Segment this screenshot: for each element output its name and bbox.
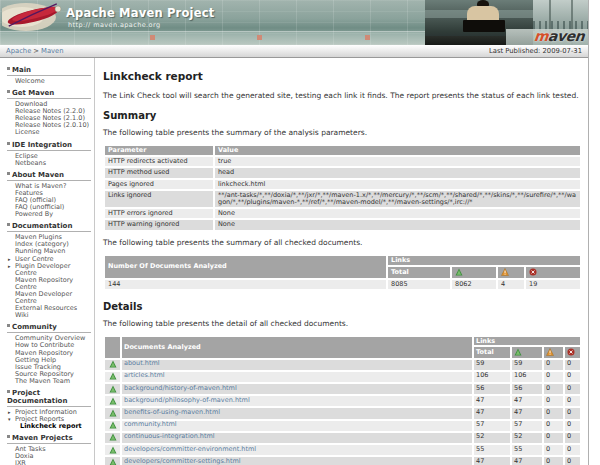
documents-analyzed-header: Documents Analyzed: [122, 337, 472, 357]
sidebar-link[interactable]: License: [7, 129, 91, 136]
document-link[interactable]: background/philosophy-of-maven.html: [124, 396, 250, 404]
breadcrumb-separator: >: [33, 47, 39, 55]
summary-heading: Summary: [103, 110, 582, 121]
sidebar-section-title: About Maven: [7, 171, 91, 181]
sidebar-section-title: Project Documentation: [7, 389, 91, 407]
sidebar-link[interactable]: Maven Developer Centre: [7, 291, 91, 305]
sidebar-link[interactable]: Wiki: [7, 312, 91, 319]
sidebar-section: DocumentationMaven PluginsIndex (categor…: [7, 222, 91, 319]
parameters-table: Parameter Value HTTP redirects activated…: [103, 144, 582, 232]
sidebar-section-title: Maven Projects: [7, 434, 91, 444]
document-link[interactable]: continuous-integration.html: [124, 432, 215, 440]
site-url: http:// maven.apache.org: [68, 21, 160, 29]
document-link[interactable]: developers/committer-environment.html: [124, 445, 256, 453]
sidebar-link[interactable]: The Maven Team: [7, 378, 91, 385]
banner: Apache Maven Project http:// maven.apach…: [0, 0, 588, 45]
sidebar: MainWelcomeGet MavenDownloadRelease Note…: [0, 58, 95, 465]
parameter-value: None: [215, 209, 580, 218]
parameter-row: HTTP warning ignoredNone: [105, 220, 580, 229]
parameter-name: Links ignored: [105, 191, 213, 207]
ok-count: 47: [512, 408, 542, 418]
documents-count: 144: [105, 280, 386, 289]
breadcrumb-link-apache[interactable]: Apache: [6, 47, 31, 55]
document-row: community.html575700: [105, 421, 580, 431]
banner-photo: maven: [425, 0, 588, 45]
row-status-cell: [105, 372, 120, 382]
document-row: background/history-of-maven.html565600: [105, 384, 580, 394]
sidebar-section-title: Documentation: [7, 222, 91, 232]
success-icon: [109, 386, 117, 394]
sidebar-link[interactable]: Powered By: [7, 211, 91, 218]
row-status-cell: [105, 421, 120, 431]
chevron-right-icon[interactable]: ▸: [8, 409, 11, 416]
ok-count: 52: [512, 433, 542, 443]
error-count: 0: [565, 445, 580, 455]
success-icon: [109, 361, 117, 369]
warning-icon: [501, 269, 509, 277]
document-link[interactable]: about.html: [124, 359, 160, 367]
row-status-cell: [105, 433, 120, 443]
section-marker-icon: [7, 172, 10, 175]
warning-links-header: [498, 267, 524, 278]
parameter-value: true: [215, 157, 580, 166]
document-row: continuous-integration.html525200: [105, 433, 580, 443]
error-count: 0: [565, 457, 580, 465]
success-icon: [514, 349, 522, 357]
parameter-row: HTTP errors ignoredNone: [105, 209, 580, 218]
parameter-value: None: [215, 220, 580, 229]
ok-count: 57: [512, 421, 542, 431]
success-icon: [109, 410, 117, 418]
sidebar-link[interactable]: Welcome: [7, 78, 91, 85]
warn-count: 0: [544, 372, 563, 382]
sidebar-link[interactable]: Maven Repository Centre: [7, 277, 91, 291]
sidebar-section: Get MavenDownloadRelease Notes (2.2.0)Re…: [7, 89, 91, 136]
last-published: Last Published: 2009-07-31: [489, 47, 582, 55]
value-header: Value: [215, 146, 580, 155]
parameter-name: HTTP errors ignored: [105, 209, 213, 218]
total-count: 57: [474, 421, 510, 431]
document-row: benefits-of-using-maven.html474700: [105, 408, 580, 418]
document-link[interactable]: community.html: [124, 420, 177, 428]
ok-count: 47: [512, 457, 542, 465]
document-link[interactable]: benefits-of-using-maven.html: [124, 408, 220, 416]
document-link[interactable]: articles.html: [124, 371, 165, 379]
error-icon: [567, 349, 575, 357]
success-icon: [455, 269, 463, 277]
sidebar-link-current[interactable]: Linkcheck report: [7, 423, 91, 430]
total-count: 59: [474, 360, 510, 370]
intro-text: The Link Check tool will search the gene…: [103, 91, 582, 100]
success-icon: [109, 398, 117, 406]
ok-count: 47: [512, 396, 542, 406]
row-status-cell: [105, 384, 120, 394]
breadcrumb-bar: Apache>Maven Last Published: 2009-07-31: [0, 45, 588, 58]
sidebar-section: Maven ProjectsAnt TasksDoxiaJXRMaven 1.x…: [7, 434, 91, 465]
document-cell: continuous-integration.html: [122, 433, 472, 443]
breadcrumb-link-maven[interactable]: Maven: [41, 47, 64, 55]
apache-feather-logo: [2, 2, 64, 32]
chevron-down-icon[interactable]: ▾: [8, 416, 11, 423]
chevron-right-icon[interactable]: ▸: [8, 263, 11, 270]
section-marker-icon: [7, 67, 10, 70]
parameter-value: **/ant-tasks/*,**/doxia/*,**/jxr/*,**/ma…: [215, 191, 580, 207]
document-link[interactable]: background/history-of-maven.html: [124, 384, 237, 392]
success-icon: [109, 422, 117, 430]
error-links-header: [526, 267, 580, 278]
row-status-cell: [105, 360, 120, 370]
document-link[interactable]: developers/committer-settings.html: [124, 457, 241, 465]
row-status-cell: [105, 396, 120, 406]
sidebar-link[interactable]: JXR: [7, 460, 91, 465]
summary-table: Number Of Documents Analyzed Links Total…: [103, 254, 582, 292]
details-heading: Details: [103, 301, 582, 312]
error-count: 0: [565, 408, 580, 418]
sidebar-section: Project Documentation▸Project Informatio…: [7, 389, 91, 430]
sidebar-link[interactable]: Netbeans: [7, 160, 91, 167]
chevron-right-icon[interactable]: ▸: [8, 256, 11, 263]
sidebar-link[interactable]: ▸Plugin Developer Centre: [7, 263, 91, 277]
sidebar-section: CommunityCommunity OverviewHow to Contri…: [7, 323, 91, 385]
warn-count: 0: [544, 396, 563, 406]
links-header: Links: [474, 337, 580, 345]
documents-analyzed-header: Number Of Documents Analyzed: [105, 256, 386, 278]
ok-links-count: 8062: [452, 280, 496, 289]
sidebar-section: MainWelcome: [7, 66, 91, 85]
site-title: Apache Maven Project: [66, 6, 214, 20]
